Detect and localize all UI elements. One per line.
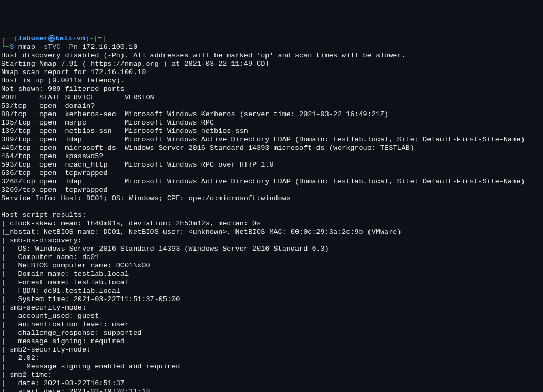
output-line: 139/tcp open netbios-ssn Microsoft Windo… xyxy=(1,127,248,135)
prompt-at-icon: ㉿ xyxy=(48,35,55,43)
output-line: | smb2-time: xyxy=(1,371,52,379)
output-line: 88/tcp open kerberos-sec Microsoft Windo… xyxy=(1,110,388,118)
prompt-user: labuser xyxy=(18,35,48,43)
output-line: Host script results: xyxy=(1,211,86,219)
output-line: |_ message_signing: required xyxy=(1,337,125,345)
output-line: 445/tcp open microsoft-ds Windows Server… xyxy=(1,144,414,152)
output-line: | Forest name: testlab.local xyxy=(1,278,129,286)
output-line: | FQDN: dc01.testlab.local xyxy=(1,287,120,295)
output-line: Host is up (0.0011s latency). xyxy=(1,77,125,85)
prompt-corner-2: └─ xyxy=(1,43,9,51)
output-line: 3268/tcp open ldap Microsoft Windows Act… xyxy=(1,178,525,185)
output-line: 593/tcp open ncacn_http Microsoft Window… xyxy=(1,161,273,169)
prompt-close-bracket: ] xyxy=(102,35,106,43)
prompt-host: kali-vm xyxy=(55,35,85,43)
output-line: | authentication_level: user xyxy=(1,321,129,328)
output-line: | challenge_response: supported xyxy=(1,329,141,337)
output-line: |_ start_date: 2021-03-19T20:31:18 xyxy=(1,388,150,392)
output-line: | date: 2021-03-22T16:51:37 xyxy=(1,379,125,387)
terminal-output[interactable]: ┌──(labuser㉿kali-vm)-[~] └─$ nmap -sTVC … xyxy=(1,35,542,392)
output-line: | account_used: guest xyxy=(1,312,99,320)
command-name: nmap xyxy=(18,43,35,51)
output-line: | Computer name: dc01 xyxy=(1,253,99,261)
output-line: Starting Nmap 7.91 ( https://nmap.org ) … xyxy=(1,60,269,68)
command-option-2: -Pn xyxy=(60,43,77,51)
output-line: PORT STATE SERVICE VERSION xyxy=(1,94,155,101)
output-line: |_clock-skew: mean: 1h40m01s, deviation:… xyxy=(1,220,261,228)
prompt-dollar: $ xyxy=(9,43,18,51)
output-line: Service Info: Host: DC01; OS: Windows; C… xyxy=(1,194,291,202)
output-line: | smb-os-discovery: xyxy=(1,236,82,244)
output-line: 389/tcp open ldap Microsoft Windows Acti… xyxy=(1,136,525,143)
output-line: 53/tcp open domain? xyxy=(1,102,95,110)
output-line: 636/tcp open tcpwrapped xyxy=(1,169,108,177)
output-line: | smb2-security-mode: xyxy=(1,346,90,354)
output-line: | OS: Windows Server 2016 Standard 14393… xyxy=(1,245,329,253)
command-arg: 172.16.100.10 xyxy=(78,43,137,51)
output-line: Not shown: 989 filtered ports xyxy=(1,85,125,93)
command-option-1: -sTVC xyxy=(35,43,61,51)
output-line: |_ System time: 2021-03-22T11:51:37-05:0… xyxy=(1,295,180,303)
output-line: 464/tcp open kpasswd5? xyxy=(1,152,103,160)
output-line: | NetBIOS computer name: DC01\x00 xyxy=(1,262,150,270)
prompt-corner: ┌──( xyxy=(1,35,18,43)
output-line: | Domain name: testlab.local xyxy=(1,270,129,278)
output-line: | 2.02: xyxy=(1,354,39,362)
output-line: Nmap scan report for 172.16.100.10 xyxy=(1,68,146,76)
output-line: | smb-security-mode: xyxy=(1,304,86,312)
output-line: 135/tcp open msrpc Microsoft Windows RPC xyxy=(1,119,214,127)
output-line: 3269/tcp open tcpwrapped xyxy=(1,186,108,194)
output-line: Host discovery disabled (-Pn). All addre… xyxy=(1,51,406,59)
prompt-separator: )-[ xyxy=(85,35,98,43)
output-line: |_ Message signing enabled and required xyxy=(1,363,180,370)
output-line: |_nbstat: NetBIOS name: DC01, NetBIOS us… xyxy=(1,228,402,236)
